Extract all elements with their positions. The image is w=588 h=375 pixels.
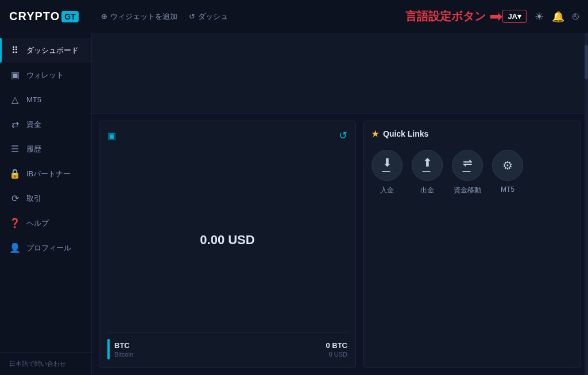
transfer-button[interactable]: ⇌— — [452, 150, 483, 181]
sidebar-bottom-label: 日本語で問い合わせ — [0, 352, 91, 375]
header-right: JA▾ ☀ 🔔 ⎋ — [502, 10, 579, 23]
annotation-arrow-icon: ➡ — [489, 9, 502, 25]
sidebar-label-history: 履歴 — [26, 144, 41, 154]
withdraw-icon: ⬆— — [423, 156, 432, 175]
sidebar: ⠿ ダッシュボード ▣ ウォレット △ MT5 ⇄ 資金 ☰ 履歴 🔒 IBパー… — [0, 33, 92, 375]
sidebar-label-wallet: ウォレット — [26, 70, 64, 80]
deposit-icon: ⬇— — [382, 156, 392, 175]
wallet-card-footer: BTC Bitcoin 0 BTC 0 USD — [107, 333, 347, 359]
btc-amount: 0 BTC — [326, 341, 347, 350]
logout-icon[interactable]: ⎋ — [572, 10, 579, 22]
btc-values: 0 BTC 0 USD — [326, 341, 347, 358]
scrollbar-thumb[interactable] — [585, 45, 588, 79]
quick-link-deposit[interactable]: ⬇— 入金 — [372, 150, 403, 195]
funds-icon: ⇄ — [9, 119, 21, 130]
sidebar-item-ib[interactable]: 🔒 IBパートナー — [0, 161, 91, 186]
btc-row: BTC Bitcoin — [107, 339, 133, 359]
transfer-icon: ⇌— — [463, 156, 473, 175]
dashboard-grid: ▣ ↺ 0.00 USD BTC Bitcoin 0 BTC 0 USD — [92, 114, 588, 375]
sidebar-item-dashboard[interactable]: ⠿ ダッシュボード — [0, 38, 91, 63]
sidebar-label-mt5: MT5 — [26, 95, 41, 104]
mt5-quick-label: MT5 — [501, 185, 514, 194]
sidebar-label-funds: 資金 — [26, 119, 41, 130]
theme-icon[interactable]: ☀ — [535, 10, 544, 23]
reset-icon: ↺ — [189, 12, 195, 21]
btc-usd: 0 USD — [326, 351, 347, 358]
language-button[interactable]: JA▾ — [502, 10, 527, 23]
sidebar-item-mt5[interactable]: △ MT5 — [0, 87, 91, 112]
withdraw-label: 出金 — [420, 185, 434, 195]
refresh-button[interactable]: ↺ — [339, 129, 347, 142]
sidebar-item-history[interactable]: ☰ 履歴 — [0, 137, 91, 161]
quick-links-title: ★ Quick Links — [372, 129, 572, 138]
wallet-icon: ▣ — [9, 69, 21, 80]
btc-info: BTC Bitcoin — [114, 341, 133, 358]
sidebar-item-trade[interactable]: ⟳ 取引 — [0, 186, 91, 211]
deposit-button[interactable]: ⬇— — [372, 150, 403, 181]
star-icon: ★ — [372, 129, 379, 138]
wallet-card: ▣ ↺ 0.00 USD BTC Bitcoin 0 BTC 0 USD — [99, 121, 356, 368]
quick-links-grid: ⬇— 入金 ⬆— 出金 ⇌— 資金移動 — [372, 150, 572, 195]
quick-link-transfer[interactable]: ⇌— 資金移動 — [452, 150, 483, 195]
sidebar-item-profile[interactable]: 👤 プロフィール — [0, 235, 91, 260]
annotation-text: 言語設定ボタン — [405, 9, 486, 24]
mt5-icon: △ — [9, 94, 21, 105]
sidebar-item-funds[interactable]: ⇄ 資金 — [0, 112, 91, 137]
dashboard-nav-item[interactable]: ↺ ダッシュ — [189, 11, 228, 22]
transfer-label: 資金移動 — [454, 185, 481, 195]
wallet-card-header: ▣ ↺ — [107, 129, 347, 142]
header: CRYPTO GT ⊕ ウィジェットを追加 ↺ ダッシュ 言語設定ボタン ➡ J… — [0, 0, 588, 33]
ib-icon: 🔒 — [9, 168, 21, 179]
scrollbar[interactable] — [585, 33, 588, 375]
sidebar-label-ib: IBパートナー — [26, 169, 71, 179]
banner-area — [92, 33, 588, 114]
sidebar-label-dashboard: ダッシュボード — [26, 45, 79, 56]
history-icon: ☰ — [9, 144, 21, 154]
annotation-group: 言語設定ボタン ➡ — [405, 9, 502, 25]
btc-symbol: BTC — [114, 341, 133, 350]
notification-icon[interactable]: 🔔 — [552, 10, 564, 23]
mt5-quick-button[interactable]: ⚙ — [492, 150, 523, 181]
btc-bar-indicator — [107, 339, 110, 359]
mt5-quick-icon: ⚙ — [502, 158, 513, 172]
logo-area: CRYPTO GT — [9, 10, 101, 23]
quick-link-withdraw[interactable]: ⬆— 出金 — [412, 150, 443, 195]
quick-links-card: ★ Quick Links ⬇— 入金 ⬆— 出金 — [363, 121, 581, 368]
main-layout: ⠿ ダッシュボード ▣ ウォレット △ MT5 ⇄ 資金 ☰ 履歴 🔒 IBパー… — [0, 33, 588, 375]
logo-gt: GT — [61, 11, 78, 22]
header-nav: ⊕ ウィジェットを追加 ↺ ダッシュ — [101, 11, 405, 22]
logo-text: CRYPTO — [9, 10, 60, 23]
sidebar-label-profile: プロフィール — [26, 243, 71, 253]
wallet-card-header-icon: ▣ — [107, 130, 116, 141]
sidebar-item-help[interactable]: ❓ ヘルプ — [0, 211, 91, 235]
content-area: ▣ ↺ 0.00 USD BTC Bitcoin 0 BTC 0 USD — [92, 33, 588, 375]
add-widget-button[interactable]: ⊕ ウィジェットを追加 — [101, 11, 177, 22]
wallet-balance-display: 0.00 USD — [107, 148, 347, 333]
quick-link-mt5[interactable]: ⚙ MT5 — [492, 150, 523, 195]
help-icon: ❓ — [9, 218, 21, 229]
sidebar-item-wallet[interactable]: ▣ ウォレット — [0, 63, 91, 87]
withdraw-button[interactable]: ⬆— — [412, 150, 443, 181]
sidebar-label-trade: 取引 — [26, 194, 41, 204]
btc-name: Bitcoin — [114, 351, 133, 358]
sidebar-label-help: ヘルプ — [26, 218, 49, 229]
trade-icon: ⟳ — [9, 193, 21, 204]
deposit-label: 入金 — [380, 185, 394, 195]
dashboard-icon: ⠿ — [9, 45, 21, 56]
plus-icon: ⊕ — [101, 12, 107, 21]
profile-icon: 👤 — [9, 242, 21, 253]
